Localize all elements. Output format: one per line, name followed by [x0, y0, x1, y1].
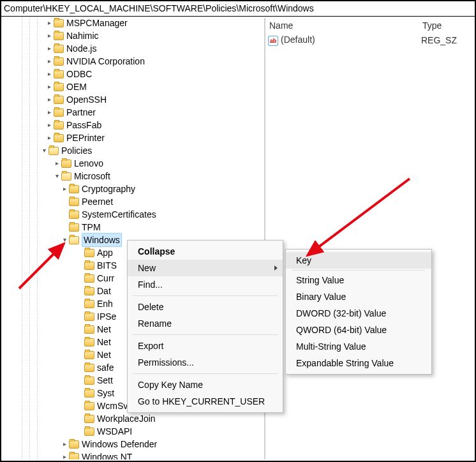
folder-icon [54, 134, 64, 142]
chevron-right-icon[interactable]: ▸ [45, 31, 54, 40]
tree-item[interactable]: ▸Nahimic [3, 29, 264, 42]
chevron-right-icon[interactable]: ▸ [45, 57, 54, 66]
submenu-qword[interactable]: QWORD (64-bit) Value [286, 322, 431, 338]
folder-icon [61, 160, 71, 168]
regedit-window: Computer\HKEY_LOCAL_MACHINE\SOFTWARE\Pol… [0, 0, 476, 462]
value-row-default[interactable]: ab(Default) REG_SZ [265, 33, 473, 47]
folder-icon [61, 172, 71, 181]
tree-label: safe [97, 361, 114, 374]
folder-icon [54, 108, 64, 117]
tree-item[interactable]: WorkplaceJoin [3, 412, 264, 425]
submenu-binary[interactable]: Binary Value [286, 288, 431, 305]
tree-label: Partner [66, 106, 96, 119]
folder-icon [84, 300, 94, 308]
folder-icon [54, 32, 64, 40]
folder-icon [69, 198, 79, 206]
chevron-right-icon[interactable]: ▸ [45, 133, 54, 142]
chevron-right-icon[interactable]: ▸ [60, 440, 69, 449]
chevron-down-icon[interactable]: ▾ [52, 172, 61, 181]
chevron-right-icon[interactable]: ▸ [45, 44, 54, 53]
tree-label: Microsoft [74, 170, 110, 183]
tree-item[interactable]: ▸Cryptography [3, 183, 264, 195]
folder-icon [48, 147, 59, 155]
folder-icon [69, 211, 79, 219]
folder-icon [69, 453, 79, 460]
folder-icon [84, 262, 94, 270]
tree-item[interactable]: ▸OEM [3, 80, 264, 93]
tree-item[interactable]: ▾Policies [3, 144, 264, 157]
tree-item[interactable]: ▸PEPrinter [3, 131, 264, 144]
submenu-string[interactable]: String Value [286, 272, 431, 288]
menu-copy-key-name[interactable]: Copy Key Name [128, 376, 283, 393]
tree-item[interactable]: ▸NVIDIA Corporation [3, 55, 264, 68]
tree-label: TPM [82, 221, 101, 234]
submenu-expandable[interactable]: Expandable String Value [286, 355, 431, 371]
tree-item[interactable]: ▾Microsoft [3, 170, 264, 183]
folder-icon [84, 402, 94, 410]
folder-icon [84, 351, 94, 359]
menu-find[interactable]: Find... [128, 276, 283, 293]
tree-item[interactable]: ▸ODBC [3, 68, 264, 80]
folder-icon [54, 19, 64, 27]
chevron-down-icon[interactable]: ▾ [60, 235, 69, 244]
no-caret [60, 223, 69, 232]
tree-label: Net [97, 323, 111, 336]
tree-label: Lenovo [74, 157, 103, 170]
menu-delete[interactable]: Delete [128, 299, 283, 315]
tree-item[interactable]: ▸Windows NT [3, 451, 264, 459]
tree-item[interactable]: ▸PassFab [3, 119, 264, 131]
chevron-right-icon[interactable]: ▸ [52, 159, 61, 168]
tree-item[interactable]: ▸Lenovo [3, 157, 264, 170]
submenu-key[interactable]: Key [286, 252, 431, 269]
tree-item[interactable]: WSDAPI [3, 425, 264, 438]
menu-rename[interactable]: Rename [128, 315, 283, 332]
submenu-dword[interactable]: DWORD (32-bit) Value [286, 305, 431, 322]
values-pane[interactable]: Name Type ab(Default) REG_SZ [265, 18, 473, 459]
no-caret [75, 338, 84, 346]
menu-permissions[interactable]: Permissions... [128, 354, 283, 371]
tree-item[interactable]: TPM [3, 221, 264, 234]
chevron-down-icon[interactable]: ▾ [40, 146, 48, 155]
tree-item[interactable]: SystemCertificates [3, 208, 264, 221]
tree-label: Windows Defender [82, 438, 157, 451]
folder-icon [84, 338, 94, 346]
string-value-icon: ab [268, 36, 278, 46]
col-name-header[interactable]: Name [269, 20, 422, 31]
chevron-right-icon[interactable]: ▸ [45, 82, 54, 91]
submenu-multistring[interactable]: Multi-String Value [286, 338, 431, 355]
tree-item[interactable]: ▸MSPCManager [3, 18, 264, 29]
col-type-header[interactable]: Type [422, 20, 473, 31]
tree-label: PEPrinter [66, 131, 105, 144]
chevron-right-icon[interactable]: ▸ [45, 70, 54, 78]
menu-collapse[interactable]: Collapse [128, 243, 283, 260]
no-caret [75, 261, 84, 270]
tree-label: NVIDIA Corporation [66, 55, 145, 68]
menu-goto-hkcu[interactable]: Go to HKEY_CURRENT_USER [128, 393, 283, 410]
tree-label: WSDAPI [97, 425, 132, 438]
menu-export[interactable]: Export [128, 338, 283, 354]
folder-icon [69, 440, 79, 449]
chevron-right-icon[interactable]: ▸ [60, 452, 69, 459]
tree-item[interactable]: ▸Node.js [3, 42, 264, 55]
tree-item[interactable]: Peernet [3, 195, 264, 208]
no-caret [60, 210, 69, 219]
menu-separator [133, 334, 278, 335]
tree-label: Node.js [66, 42, 96, 55]
tree-item[interactable]: ▸Partner [3, 106, 264, 119]
tree-item[interactable]: ▸Windows Defender [3, 438, 264, 451]
chevron-right-icon[interactable]: ▸ [45, 19, 54, 27]
chevron-right-icon[interactable]: ▸ [45, 95, 54, 104]
chevron-right-icon[interactable]: ▸ [60, 184, 69, 193]
no-caret [75, 299, 84, 308]
tree-item[interactable]: ▸OpenSSH [3, 93, 264, 106]
tree-label: IPSe [97, 310, 116, 323]
tree-label: Windows [82, 233, 122, 247]
tree-label: OEM [66, 80, 87, 93]
tree-label: Sett [97, 374, 113, 387]
chevron-right-icon[interactable]: ▸ [45, 108, 54, 117]
tree-label: ODBC [66, 68, 92, 80]
address-bar[interactable]: Computer\HKEY_LOCAL_MACHINE\SOFTWARE\Pol… [1, 1, 475, 17]
chevron-right-icon[interactable]: ▸ [45, 121, 54, 130]
no-caret [75, 312, 84, 321]
menu-new[interactable]: New [128, 260, 283, 276]
